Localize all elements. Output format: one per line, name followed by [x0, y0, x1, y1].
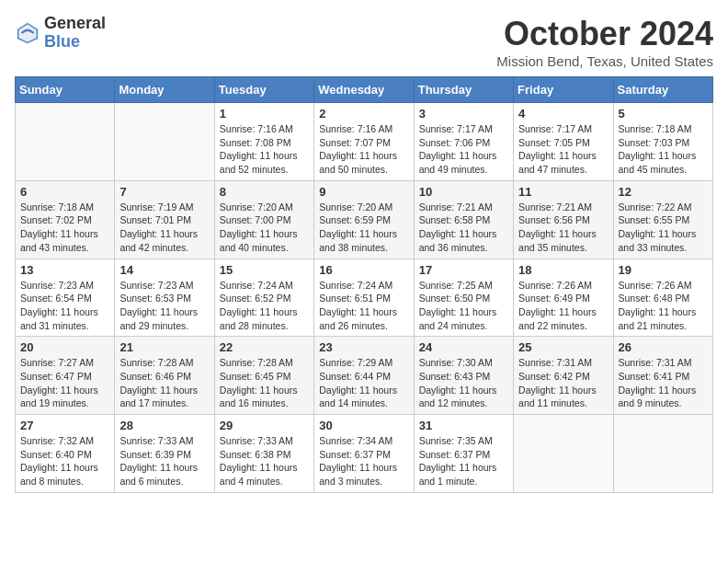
header-monday: Monday	[115, 77, 214, 103]
day-info: Sunrise: 7:18 AMSunset: 7:02 PMDaylight:…	[20, 201, 109, 255]
day-cell: 20Sunrise: 7:27 AMSunset: 6:47 PMDayligh…	[16, 337, 115, 415]
header-wednesday: Wednesday	[314, 77, 414, 103]
day-info: Sunrise: 7:20 AMSunset: 7:00 PMDaylight:…	[220, 201, 309, 255]
day-cell: 29Sunrise: 7:33 AMSunset: 6:38 PMDayligh…	[214, 415, 313, 493]
day-number: 29	[220, 419, 309, 432]
day-info: Sunrise: 7:27 AMSunset: 6:47 PMDaylight:…	[20, 356, 109, 410]
day-number: 13	[20, 263, 109, 277]
svg-marker-0	[17, 22, 39, 44]
week-row-5: 27Sunrise: 7:32 AMSunset: 6:40 PMDayligh…	[16, 415, 713, 493]
week-row-2: 6Sunrise: 7:18 AMSunset: 7:02 PMDaylight…	[16, 180, 713, 259]
day-info: Sunrise: 7:17 AMSunset: 7:06 PMDaylight:…	[419, 122, 508, 177]
day-number: 6	[20, 185, 109, 199]
logo-icon	[15, 20, 40, 46]
week-row-3: 13Sunrise: 7:23 AMSunset: 6:54 PMDayligh…	[16, 259, 713, 337]
day-number: 22	[220, 340, 309, 354]
day-info: Sunrise: 7:31 AMSunset: 6:41 PMDaylight:…	[619, 356, 708, 410]
day-info: Sunrise: 7:20 AMSunset: 6:59 PMDaylight:…	[319, 201, 408, 255]
header-thursday: Thursday	[414, 77, 513, 103]
day-info: Sunrise: 7:21 AMSunset: 6:58 PMDaylight:…	[419, 201, 508, 255]
day-number: 1	[220, 107, 309, 121]
header-friday: Friday	[514, 77, 613, 103]
day-cell: 31Sunrise: 7:35 AMSunset: 6:37 PMDayligh…	[414, 415, 513, 493]
day-number: 7	[119, 185, 209, 199]
calendar-table: Sunday Monday Tuesday Wednesday Thursday…	[15, 76, 713, 493]
page-header: General Blue October 2024 Mission Bend, …	[15, 15, 713, 69]
day-info: Sunrise: 7:30 AMSunset: 6:43 PMDaylight:…	[419, 356, 508, 410]
day-info: Sunrise: 7:28 AMSunset: 6:46 PMDaylight:…	[119, 356, 209, 410]
day-number: 28	[119, 419, 209, 432]
day-info: Sunrise: 7:23 AMSunset: 6:54 PMDaylight:…	[20, 279, 109, 333]
day-cell: 5Sunrise: 7:18 AMSunset: 7:03 PMDaylight…	[613, 103, 712, 181]
logo-general: General	[44, 15, 106, 33]
day-cell	[115, 103, 214, 181]
day-number: 12	[619, 185, 708, 199]
calendar-body: 1Sunrise: 7:16 AMSunset: 7:08 PMDaylight…	[16, 103, 713, 493]
day-cell: 18Sunrise: 7:26 AMSunset: 6:49 PMDayligh…	[514, 259, 613, 337]
day-info: Sunrise: 7:26 AMSunset: 6:48 PMDaylight:…	[619, 279, 708, 333]
day-cell: 13Sunrise: 7:23 AMSunset: 6:54 PMDayligh…	[16, 259, 115, 337]
day-cell: 23Sunrise: 7:29 AMSunset: 6:44 PMDayligh…	[314, 337, 414, 415]
day-number: 24	[419, 340, 508, 354]
day-number: 16	[319, 263, 408, 277]
day-info: Sunrise: 7:32 AMSunset: 6:40 PMDaylight:…	[20, 434, 109, 488]
day-number: 25	[518, 340, 608, 354]
day-info: Sunrise: 7:19 AMSunset: 7:01 PMDaylight:…	[119, 201, 209, 255]
day-info: Sunrise: 7:23 AMSunset: 6:53 PMDaylight:…	[119, 279, 209, 333]
day-info: Sunrise: 7:18 AMSunset: 7:03 PMDaylight:…	[619, 122, 708, 177]
day-number: 26	[619, 340, 708, 354]
logo-text: General Blue	[44, 15, 106, 52]
day-cell: 7Sunrise: 7:19 AMSunset: 7:01 PMDaylight…	[115, 180, 214, 259]
day-cell	[514, 415, 613, 493]
day-cell: 1Sunrise: 7:16 AMSunset: 7:08 PMDaylight…	[214, 103, 313, 181]
day-cell: 9Sunrise: 7:20 AMSunset: 6:59 PMDaylight…	[314, 180, 414, 259]
day-cell: 16Sunrise: 7:24 AMSunset: 6:51 PMDayligh…	[314, 259, 414, 337]
day-info: Sunrise: 7:16 AMSunset: 7:07 PMDaylight:…	[319, 122, 408, 177]
header-saturday: Saturday	[613, 77, 712, 103]
day-number: 9	[319, 185, 408, 199]
day-info: Sunrise: 7:28 AMSunset: 6:45 PMDaylight:…	[220, 356, 309, 410]
day-cell: 11Sunrise: 7:21 AMSunset: 6:56 PMDayligh…	[514, 180, 613, 259]
day-number: 30	[319, 419, 408, 432]
day-info: Sunrise: 7:17 AMSunset: 7:05 PMDaylight:…	[518, 122, 608, 177]
day-cell: 19Sunrise: 7:26 AMSunset: 6:48 PMDayligh…	[613, 259, 712, 337]
calendar-header: Sunday Monday Tuesday Wednesday Thursday…	[16, 77, 713, 103]
day-cell: 22Sunrise: 7:28 AMSunset: 6:45 PMDayligh…	[214, 337, 313, 415]
day-info: Sunrise: 7:29 AMSunset: 6:44 PMDaylight:…	[319, 356, 408, 410]
subtitle: Mission Bend, Texas, United States	[496, 53, 713, 69]
day-info: Sunrise: 7:24 AMSunset: 6:51 PMDaylight:…	[319, 279, 408, 333]
day-cell: 10Sunrise: 7:21 AMSunset: 6:58 PMDayligh…	[414, 180, 513, 259]
title-area: October 2024 Mission Bend, Texas, United…	[496, 15, 713, 69]
main-title: October 2024	[496, 15, 713, 53]
day-number: 2	[319, 107, 408, 121]
day-info: Sunrise: 7:34 AMSunset: 6:37 PMDaylight:…	[319, 434, 408, 488]
day-info: Sunrise: 7:26 AMSunset: 6:49 PMDaylight:…	[518, 279, 608, 333]
week-row-4: 20Sunrise: 7:27 AMSunset: 6:47 PMDayligh…	[16, 337, 713, 415]
day-info: Sunrise: 7:16 AMSunset: 7:08 PMDaylight:…	[220, 122, 309, 177]
day-number: 10	[419, 185, 508, 199]
day-cell: 14Sunrise: 7:23 AMSunset: 6:53 PMDayligh…	[115, 259, 214, 337]
day-cell: 24Sunrise: 7:30 AMSunset: 6:43 PMDayligh…	[414, 337, 513, 415]
day-number: 20	[20, 340, 109, 354]
day-cell: 2Sunrise: 7:16 AMSunset: 7:07 PMDaylight…	[314, 103, 414, 181]
day-number: 17	[419, 263, 508, 277]
day-number: 8	[220, 185, 309, 199]
logo: General Blue	[15, 15, 106, 52]
day-info: Sunrise: 7:22 AMSunset: 6:55 PMDaylight:…	[619, 201, 708, 255]
day-info: Sunrise: 7:35 AMSunset: 6:37 PMDaylight:…	[419, 434, 508, 488]
day-cell: 21Sunrise: 7:28 AMSunset: 6:46 PMDayligh…	[115, 337, 214, 415]
week-row-1: 1Sunrise: 7:16 AMSunset: 7:08 PMDaylight…	[16, 103, 713, 181]
day-number: 19	[619, 263, 708, 277]
day-cell: 6Sunrise: 7:18 AMSunset: 7:02 PMDaylight…	[16, 180, 115, 259]
day-cell	[613, 415, 712, 493]
day-number: 14	[119, 263, 209, 277]
day-info: Sunrise: 7:31 AMSunset: 6:42 PMDaylight:…	[518, 356, 608, 410]
day-cell: 17Sunrise: 7:25 AMSunset: 6:50 PMDayligh…	[414, 259, 513, 337]
day-cell	[16, 103, 115, 181]
day-cell: 25Sunrise: 7:31 AMSunset: 6:42 PMDayligh…	[514, 337, 613, 415]
day-number: 15	[220, 263, 309, 277]
day-cell: 27Sunrise: 7:32 AMSunset: 6:40 PMDayligh…	[16, 415, 115, 493]
day-cell: 26Sunrise: 7:31 AMSunset: 6:41 PMDayligh…	[613, 337, 712, 415]
day-info: Sunrise: 7:24 AMSunset: 6:52 PMDaylight:…	[220, 279, 309, 333]
day-cell: 4Sunrise: 7:17 AMSunset: 7:05 PMDaylight…	[514, 103, 613, 181]
